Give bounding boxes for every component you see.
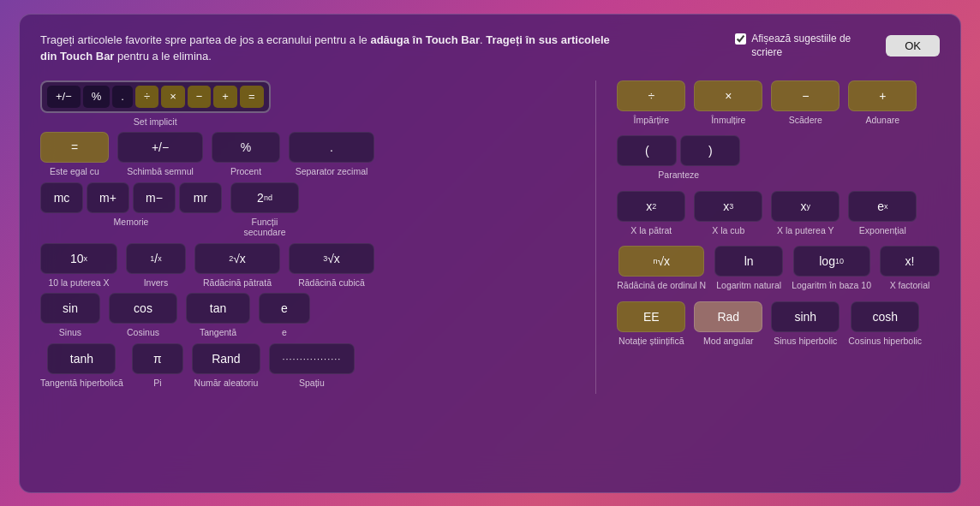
label-x3: X la cub xyxy=(712,225,744,236)
row-basic: = Este egal cu +/− Schimbă semnul % Proc… xyxy=(40,132,583,177)
btn-close-paren[interactable]: ) xyxy=(680,135,740,166)
btn-x2[interactable]: x2 xyxy=(617,191,685,222)
label-r-add: Adunare xyxy=(865,115,899,126)
label-r-subtract: Scădere xyxy=(789,115,822,126)
item-sqrt2: 2√x Rădăcină pătrată xyxy=(194,243,280,289)
btn-r-multiply[interactable]: × xyxy=(694,80,762,111)
item-ex: ex Exponențial xyxy=(848,191,917,236)
btn-rad[interactable]: Rad xyxy=(694,301,762,332)
label-rad: Mod angular xyxy=(703,336,753,347)
customize-touchbar-dialog: Trageți articolele favorite spre partea … xyxy=(19,14,961,493)
btn-cos[interactable]: cos xyxy=(109,293,177,324)
set-btn-plus[interactable]: + xyxy=(213,86,237,108)
rrow-log: n√x Rădăcină de ordinul N ln Logaritm na… xyxy=(617,246,940,291)
dialog-header: Trageți articolele favorite spre partea … xyxy=(40,32,940,65)
btn-percent[interactable]: % xyxy=(212,132,280,163)
btn-xy[interactable]: xy xyxy=(771,191,840,222)
set-btn-percent[interactable]: % xyxy=(83,86,111,108)
item-sign: +/− Schimbă semnul xyxy=(117,132,203,177)
btn-r-divide[interactable]: ÷ xyxy=(617,80,685,111)
label-sqrt2: Rădăcină pătrată xyxy=(203,277,272,289)
item-nthroot: n√x Rădăcină de ordinul N xyxy=(617,246,706,291)
btn-ee[interactable]: EE xyxy=(617,301,685,332)
label-tan: Tangentă xyxy=(200,327,236,338)
btn-log10[interactable]: log10 xyxy=(793,246,870,277)
btn-r-subtract[interactable]: − xyxy=(771,80,840,111)
btn-nthroot[interactable]: n√x xyxy=(618,246,704,277)
btn-x3[interactable]: x3 xyxy=(694,191,762,222)
suggestions-checkbox[interactable] xyxy=(735,33,746,45)
item-decimal: . Separator zecimal xyxy=(289,132,374,177)
left-section: +/− % . ÷ × − + = Set implicit = Es xyxy=(40,80,583,394)
btn-sinh[interactable]: sinh xyxy=(771,301,840,332)
btn-r-add[interactable]: + xyxy=(848,80,917,111)
label-r-divide: Împărțire xyxy=(634,115,669,126)
btn-sin[interactable]: sin xyxy=(40,293,100,324)
item-sinh: sinh Sinus hiperbolic xyxy=(771,301,840,347)
row-trig: sin Sinus cos Cosinus tan Tangentă e e xyxy=(40,293,583,338)
set-btn-equals[interactable]: = xyxy=(240,86,264,108)
label-percent: Procent xyxy=(230,166,261,177)
item-memory: mc m+ m− mr Memorie xyxy=(40,182,222,228)
label-ex: Exponențial xyxy=(859,225,906,236)
rrow-arithmetic: ÷ Împărțire × Înmulțire − Scădere + Adun… xyxy=(617,80,940,126)
btn-tan[interactable]: tan xyxy=(186,293,250,324)
btn-equals[interactable]: = xyxy=(40,132,109,163)
label-log10: Logaritm în baza 10 xyxy=(792,280,871,291)
set-btn-dot[interactable]: . xyxy=(112,86,133,108)
set-btn-divide[interactable]: ÷ xyxy=(135,86,158,108)
btn-ex[interactable]: ex xyxy=(848,191,917,222)
item-tanh: tanh Tangentă hiperbolică xyxy=(40,343,123,389)
label-space: Spațiu xyxy=(299,378,325,389)
btn-factorial[interactable]: x! xyxy=(880,246,940,277)
label-cos: Cosinus xyxy=(127,327,159,338)
set-implicit-bar: +/− % . ÷ × − + = xyxy=(40,80,271,113)
set-implicit-container: +/− % . ÷ × − + = Set implicit xyxy=(40,80,271,128)
label-tanh: Tangentă hiperbolică xyxy=(40,378,123,389)
item-factorial: x! X factorial xyxy=(880,246,940,291)
btn-open-paren[interactable]: ( xyxy=(617,135,677,166)
btn-space[interactable]: ················· xyxy=(269,343,355,374)
label-rand: Număr aleatoriu xyxy=(194,378,259,389)
btn-mr[interactable]: mr xyxy=(179,182,222,213)
btn-2nd[interactable]: 2nd xyxy=(230,182,299,213)
btn-mplus[interactable]: m+ xyxy=(87,182,129,213)
btn-rand[interactable]: Rand xyxy=(192,343,260,374)
btn-cosh[interactable]: cosh xyxy=(851,301,919,332)
item-sqrt3: 3√x Rădăcină cubică xyxy=(289,243,374,289)
btn-sqrt3[interactable]: 3√x xyxy=(289,243,374,274)
btn-decimal[interactable]: . xyxy=(289,132,374,163)
ok-button[interactable]: OK xyxy=(886,35,940,57)
item-x3: x3 X la cub xyxy=(694,191,762,236)
item-parens: ( ) Paranteze xyxy=(617,135,740,181)
btn-sign[interactable]: +/− xyxy=(117,132,203,163)
label-e: e xyxy=(282,327,287,338)
label-x2: X la pătrat xyxy=(630,225,672,236)
item-cos: cos Cosinus xyxy=(109,293,177,338)
main-content: +/− % . ÷ × − + = Set implicit = Es xyxy=(40,80,940,394)
btn-pi[interactable]: π xyxy=(132,343,183,374)
item-percent: % Procent xyxy=(212,132,280,177)
item-ln: ln Logaritm natural xyxy=(714,246,783,291)
item-rad: Rad Mod angular xyxy=(694,301,762,347)
btn-mc[interactable]: mc xyxy=(40,182,83,213)
label-sqrt3: Rădăcină cubică xyxy=(298,277,365,289)
btn-10x[interactable]: 10x xyxy=(40,243,117,274)
item-e: e e xyxy=(259,293,310,338)
btn-inverse[interactable]: 1/x xyxy=(126,243,186,274)
btn-tanh[interactable]: tanh xyxy=(47,343,116,374)
btn-ln[interactable]: ln xyxy=(714,246,783,277)
suggestions-checkbox-label[interactable]: Afișează sugestiile de scriere xyxy=(735,32,872,61)
btn-e[interactable]: e xyxy=(259,293,310,324)
label-sinh: Sinus hiperbolic xyxy=(774,336,837,347)
item-sin: sin Sinus xyxy=(40,293,100,338)
row-memory: mc m+ m− mr Memorie 2nd Funcțiisecundare xyxy=(40,182,583,238)
rrow-sci: EE Notație științifică Rad Mod angular s… xyxy=(617,301,940,347)
set-btn-times[interactable]: × xyxy=(161,86,185,108)
btn-mminus[interactable]: m− xyxy=(133,182,176,213)
btn-sqrt2[interactable]: 2√x xyxy=(194,243,280,274)
set-btn-plus-minus[interactable]: +/− xyxy=(47,86,81,108)
set-btn-minus[interactable]: − xyxy=(188,86,212,108)
item-ee: EE Notație științifică xyxy=(617,301,685,347)
item-space: ················· Spațiu xyxy=(269,343,355,389)
